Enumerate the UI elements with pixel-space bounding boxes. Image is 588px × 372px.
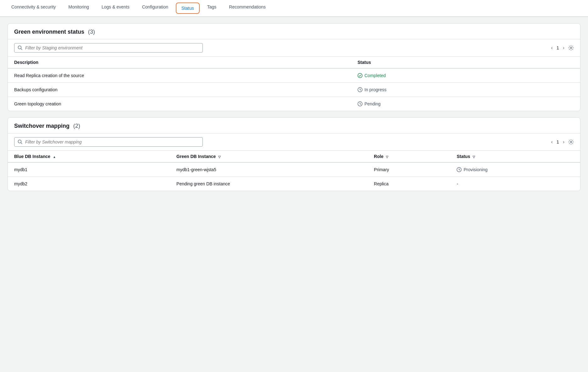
- sort-desc-icon-status[interactable]: ▽: [473, 155, 475, 159]
- svg-line-15: [459, 170, 460, 170]
- status-completed: Completed: [358, 73, 574, 78]
- green-env-col-status: Status: [351, 57, 580, 68]
- table-row: Green topology creation Pending: [8, 97, 580, 111]
- green-env-header: Green environment status (3): [8, 24, 580, 39]
- switchover-col-status: Status ▽: [450, 151, 580, 162]
- switchover-col-blue: Blue DB Instance ▲: [8, 151, 170, 162]
- tab-tags[interactable]: Tags: [201, 0, 223, 17]
- tab-recommendations[interactable]: Recommendations: [223, 0, 272, 17]
- tab-monitoring[interactable]: Monitoring: [62, 0, 95, 17]
- switchover-settings-btn[interactable]: [568, 139, 574, 145]
- green-env-title: Green environment status: [14, 29, 84, 35]
- green-env-search-input[interactable]: [25, 45, 199, 50]
- table-row: mydb2Pending green DB instanceReplica-: [8, 177, 580, 191]
- green-env-search-icon: [18, 45, 23, 50]
- green-env-pagination: ‹ 1 ›: [550, 44, 574, 51]
- gear-icon: [568, 45, 574, 51]
- switchover-status-cell: Provisioning: [450, 162, 580, 177]
- switchover-green-cell: Pending green DB instance: [170, 177, 368, 191]
- svg-point-3: [358, 73, 362, 78]
- switchover-col-role: Role ▽: [368, 151, 450, 162]
- svg-line-1: [21, 49, 22, 50]
- check-circle-icon: [358, 73, 363, 78]
- green-env-table: Description Status Read Replica creation…: [8, 57, 580, 111]
- status-provisioning: Provisioning: [457, 167, 574, 172]
- switchover-count: (2): [73, 123, 80, 129]
- gear-icon-2: [568, 139, 574, 145]
- table-row: Backups configuration In progress: [8, 83, 580, 97]
- switchover-blue-cell: mydb2: [8, 177, 170, 191]
- switchover-col-green: Green DB Instance ▽: [170, 151, 368, 162]
- clock-provisioning-icon: [457, 167, 462, 172]
- sort-desc-icon-role[interactable]: ▽: [386, 155, 388, 159]
- switchover-green-cell: mydb1-green-wjsta5: [170, 162, 368, 177]
- switchover-prev-btn[interactable]: ‹: [550, 138, 554, 145]
- switchover-status-cell: -: [450, 177, 580, 191]
- switchover-role-cell: Replica: [368, 177, 450, 191]
- switchover-card: Switchover mapping (2) ‹ 1 ›: [8, 117, 580, 191]
- table-row: mydb1mydb1-green-wjsta5Primary Provision…: [8, 162, 580, 177]
- green-env-description-cell: Backups configuration: [8, 83, 351, 97]
- clock-pending-icon: [358, 101, 363, 106]
- switchover-page-num: 1: [557, 139, 559, 144]
- green-env-next-btn[interactable]: ›: [562, 44, 566, 51]
- sort-desc-icon-green[interactable]: ▽: [218, 155, 221, 159]
- sort-asc-icon[interactable]: ▲: [53, 155, 56, 159]
- green-env-search-box[interactable]: [14, 43, 203, 53]
- green-env-settings-btn[interactable]: [568, 45, 574, 51]
- switchover-pagination: ‹ 1 ›: [550, 138, 574, 145]
- green-env-status-cell: Pending: [351, 97, 580, 111]
- green-env-card: Green environment status (3) ‹ 1 ›: [8, 23, 580, 111]
- clock-icon: [358, 87, 363, 92]
- status-inprogress: In progress: [358, 87, 574, 92]
- green-env-status-cell: Completed: [351, 68, 580, 83]
- status-pending: Pending: [358, 101, 574, 106]
- table-row: Read Replica creation of the source Comp…: [8, 68, 580, 83]
- green-env-count: (3): [88, 29, 95, 35]
- switchover-search-box[interactable]: [14, 137, 203, 147]
- switchover-blue-cell: mydb1: [8, 162, 170, 177]
- switchover-header: Switchover mapping (2): [8, 118, 580, 133]
- svg-point-12: [570, 141, 572, 143]
- switchover-table: Blue DB Instance ▲ Green DB Instance ▽ R…: [8, 151, 580, 191]
- switchover-title: Switchover mapping: [14, 123, 69, 129]
- switchover-next-btn[interactable]: ›: [562, 138, 566, 145]
- tab-configuration[interactable]: Configuration: [136, 0, 175, 17]
- switchover-role-cell: Primary: [368, 162, 450, 177]
- svg-line-9: [360, 104, 361, 104]
- tab-bar: Connectivity & security Monitoring Logs …: [0, 0, 588, 17]
- svg-line-6: [360, 90, 361, 90]
- switchover-search-row: ‹ 1 ›: [8, 133, 580, 151]
- switchover-search-input[interactable]: [25, 139, 199, 144]
- green-env-col-description: Description: [8, 57, 351, 68]
- page-content: Green environment status (3) ‹ 1 ›: [0, 17, 588, 197]
- green-env-search-row: ‹ 1 ›: [8, 39, 580, 57]
- green-env-description-cell: Green topology creation: [8, 97, 351, 111]
- switchover-search-icon: [18, 139, 23, 144]
- tab-connectivity[interactable]: Connectivity & security: [5, 0, 62, 17]
- svg-point-2: [570, 47, 572, 49]
- green-env-page-num: 1: [557, 45, 559, 50]
- svg-line-11: [21, 143, 22, 144]
- green-env-status-cell: In progress: [351, 83, 580, 97]
- green-env-description-cell: Read Replica creation of the source: [8, 68, 351, 83]
- tab-status[interactable]: Status: [176, 3, 200, 14]
- tab-logs[interactable]: Logs & events: [95, 0, 136, 17]
- green-env-prev-btn[interactable]: ‹: [550, 44, 554, 51]
